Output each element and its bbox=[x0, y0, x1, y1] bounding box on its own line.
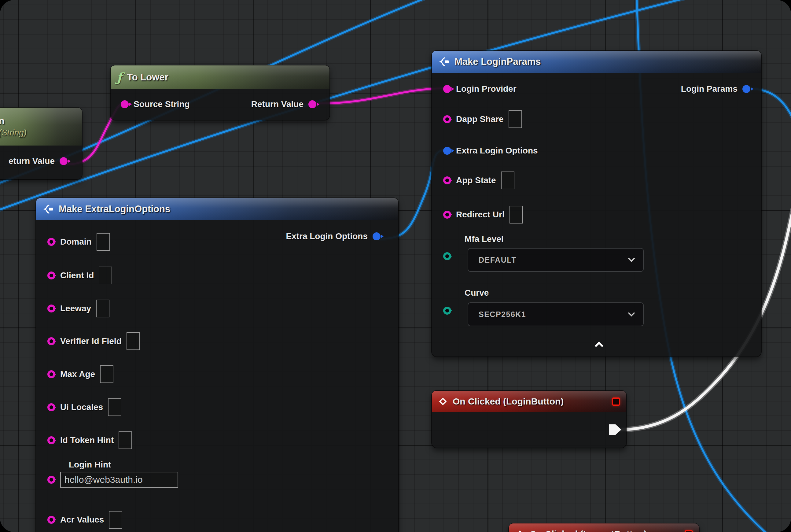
mfa-level-value: DEFAULT bbox=[479, 255, 517, 264]
node-title-make-login-params: Make LoginParams bbox=[455, 56, 541, 67]
id-token-hint-input-pin[interactable] bbox=[47, 436, 55, 444]
blueprint-editor-screenshot: tion ox (String) eturn Value ƒ To Lower … bbox=[0, 0, 791, 532]
domain-input-pin[interactable] bbox=[47, 238, 55, 246]
ui-locales-text-field[interactable] bbox=[108, 398, 121, 416]
make-struct-icon bbox=[42, 204, 54, 214]
redirect-url-input-pin[interactable] bbox=[443, 211, 451, 218]
pin-label-login-hint: Login Hint bbox=[69, 460, 111, 470]
pin-label-mfa-level: Mfa Level bbox=[465, 234, 504, 244]
pin-label-leeway: Leeway bbox=[60, 304, 91, 314]
max-age-text-field[interactable] bbox=[100, 365, 113, 383]
pin-label-login-params-out: Login Params bbox=[681, 84, 737, 94]
app-state-text-field[interactable] bbox=[501, 172, 515, 189]
pin-label-domain: Domain bbox=[60, 237, 92, 247]
blueprint-graph-canvas[interactable]: tion ox (String) eturn Value ƒ To Lower … bbox=[0, 0, 791, 532]
login-params-output-pin[interactable] bbox=[742, 85, 750, 93]
function-icon: ƒ bbox=[117, 71, 122, 83]
chevron-down-icon bbox=[628, 309, 635, 317]
make-struct-icon bbox=[438, 57, 449, 67]
pin-label-max-age: Max Age bbox=[60, 369, 95, 379]
mfa-level-input-pin[interactable] bbox=[443, 252, 451, 260]
node-on-clicked-logout-button[interactable]: On Clicked (LogoutButton) bbox=[509, 524, 699, 532]
pin-label-app-state: App State bbox=[456, 175, 496, 185]
leeway-text-field[interactable] bbox=[96, 300, 110, 317]
max-age-input-pin[interactable] bbox=[47, 370, 55, 378]
pin-label-return-value: Return Value bbox=[251, 99, 304, 109]
login-hint-text-field[interactable] bbox=[60, 472, 178, 488]
pin-label-login-provider: Login Provider bbox=[456, 84, 517, 94]
node-subtitle-partial: ox (String) bbox=[0, 128, 26, 138]
return-value-output-pin[interactable] bbox=[60, 157, 67, 165]
node-make-extra-login-options[interactable]: Make ExtraLoginOptions Domain Client Id … bbox=[36, 198, 398, 532]
pin-label-dapp-share: Dapp Share bbox=[456, 114, 504, 124]
pin-label-ui-locales: Ui Locales bbox=[60, 402, 103, 412]
node-title-on-clicked-logout: On Clicked (LogoutButton) bbox=[530, 529, 647, 532]
login-hint-input-pin[interactable] bbox=[47, 476, 55, 484]
acr-values-text-field[interactable] bbox=[109, 511, 122, 529]
node-get-text-partial[interactable]: tion ox (String) eturn Value bbox=[0, 108, 82, 179]
leeway-input-pin[interactable] bbox=[47, 305, 55, 312]
mfa-level-dropdown[interactable]: DEFAULT bbox=[468, 248, 644, 272]
app-state-input-pin[interactable] bbox=[443, 176, 451, 184]
source-string-input-pin[interactable] bbox=[121, 100, 129, 108]
curve-dropdown[interactable]: SECP256K1 bbox=[468, 302, 644, 326]
return-value-output-pin[interactable] bbox=[308, 100, 316, 108]
curve-value: SECP256K1 bbox=[479, 310, 526, 319]
extra-login-options-input-pin[interactable] bbox=[443, 147, 451, 155]
node-make-login-params[interactable]: Make LoginParams Login Provider Dapp Sha… bbox=[432, 51, 761, 357]
pin-label-extra-login-options: Extra Login Options bbox=[456, 146, 538, 156]
dapp-share-input-pin[interactable] bbox=[443, 115, 451, 123]
pin-label-client-id: Client Id bbox=[60, 271, 94, 280]
pin-label-curve: Curve bbox=[465, 288, 489, 298]
delegate-pin[interactable] bbox=[612, 397, 620, 406]
client-id-text-field[interactable] bbox=[99, 267, 112, 284]
extra-login-options-output-pin[interactable] bbox=[372, 232, 381, 240]
node-title-to-lower: To Lower bbox=[127, 72, 168, 83]
event-diamond-icon bbox=[515, 529, 525, 532]
curve-input-pin[interactable] bbox=[443, 307, 451, 315]
node-title-partial: tion bbox=[0, 116, 5, 127]
node-on-clicked-login-button[interactable]: On Clicked (LoginButton) bbox=[432, 391, 626, 448]
dapp-share-text-field[interactable] bbox=[508, 110, 522, 128]
pin-label-extra-login-options-out: Extra Login Options bbox=[286, 231, 368, 241]
domain-text-field[interactable] bbox=[97, 233, 110, 251]
login-provider-input-pin[interactable] bbox=[443, 85, 451, 93]
pin-label-verifier-id-field: Verifier Id Field bbox=[60, 336, 122, 346]
exec-output-pin[interactable] bbox=[609, 424, 621, 435]
node-title-on-clicked-login: On Clicked (LoginButton) bbox=[453, 396, 564, 407]
pin-label-id-token-hint: Id Token Hint bbox=[60, 435, 114, 445]
chevron-up-icon bbox=[595, 342, 603, 350]
node-title-make-extra-login-options: Make ExtraLoginOptions bbox=[59, 204, 170, 215]
verifier-id-field-input-pin[interactable] bbox=[47, 337, 55, 345]
pin-label-return-value: eturn Value bbox=[8, 156, 55, 166]
id-token-hint-text-field[interactable] bbox=[119, 432, 132, 449]
client-id-input-pin[interactable] bbox=[47, 271, 55, 280]
event-diamond-icon bbox=[438, 397, 448, 406]
chevron-down-icon bbox=[628, 255, 635, 262]
ui-locales-input-pin[interactable] bbox=[47, 403, 55, 411]
acr-values-input-pin[interactable] bbox=[47, 516, 55, 524]
node-to-lower[interactable]: ƒ To Lower Source String Return Value bbox=[111, 65, 329, 120]
pin-label-source-string: Source String bbox=[134, 99, 190, 109]
delegate-pin[interactable] bbox=[684, 530, 693, 532]
pin-label-acr-values: Acr Values bbox=[60, 515, 104, 525]
redirect-url-text-field[interactable] bbox=[509, 206, 523, 224]
verifier-id-field-text-field[interactable] bbox=[127, 332, 140, 350]
pin-label-redirect-url: Redirect Url bbox=[456, 210, 505, 220]
collapse-node-button[interactable] bbox=[593, 343, 605, 349]
